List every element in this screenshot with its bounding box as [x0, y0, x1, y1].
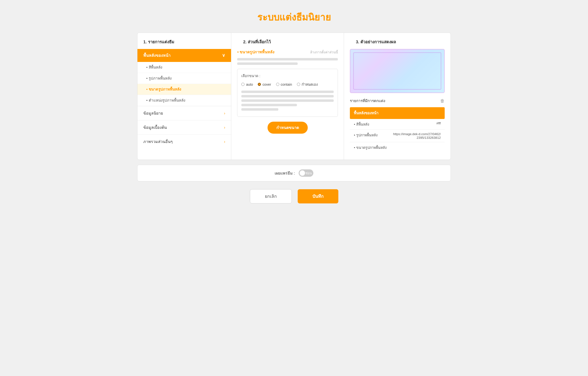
- section-basic-info-label: ข้อมูลเบื้องต้น: [143, 124, 167, 130]
- footer-buttons: ยกเลิก บันทึก: [137, 189, 451, 213]
- radio-custom[interactable]: กำหนดเอง: [297, 82, 318, 87]
- section-basic-info[interactable]: ข้อมูลเบื้องต้น ›: [137, 120, 231, 134]
- bg-image-value: https://image.dek-d.com/27/0462/2395/133…: [393, 132, 441, 140]
- radio-auto[interactable]: auto: [241, 82, 253, 87]
- skeleton-lines-top: [237, 58, 338, 65]
- column-2-selected: 2. ส่วนที่เลือกไว้ • ขนาดรูปภาพพื้นหลัง …: [231, 33, 344, 160]
- decoration-bg-size-row: • ขนาดรูปภาพพื้นหลัง: [350, 142, 445, 153]
- sub-item-bg-position[interactable]: • ตำแหน่งรูปภาพพื้นหลัง: [137, 95, 231, 106]
- bg-size-label: • ขนาดรูปภาพพื้นหลัง: [354, 146, 386, 150]
- set-size-button[interactable]: กำหนดขนาด: [268, 122, 308, 134]
- size-selection-box: เลือกขนาด : auto cover contain: [237, 69, 338, 117]
- section-other[interactable]: ภาพรวมส่วนอื่นๆ ›: [137, 134, 231, 149]
- chevron-down-icon: ∨: [222, 53, 225, 58]
- sub-item-bg-size[interactable]: • ขนาดรูปภาพพื้นหลัง: [137, 84, 231, 95]
- radio-auto-label: auto: [246, 82, 253, 86]
- page-title: ระบบแต่งธีมนิยาย: [137, 10, 451, 25]
- section-novel-info[interactable]: ข้อมูลนิยาย ›: [137, 106, 231, 120]
- radio-contain-input[interactable]: [276, 83, 279, 86]
- section-novel-info-label: ข้อมูลนิยาย: [143, 110, 163, 116]
- decoration-active-row: พื้นหลังของหน้า: [350, 107, 445, 119]
- toggle-slider: ซ่อน: [299, 169, 313, 177]
- arrow-right-icon-2: ›: [224, 125, 225, 130]
- skeleton-block: [241, 91, 334, 111]
- preview-image: [350, 49, 445, 93]
- col2-header: 2. ส่วนที่เลือกไว้: [237, 39, 338, 49]
- section-background[interactable]: พื้นหลังของหน้า ∨: [137, 49, 231, 62]
- radio-auto-input[interactable]: [241, 83, 245, 86]
- col2-active-section: • ขนาดรูปภาพพื้นหลัง: [237, 49, 274, 55]
- radio-cover[interactable]: cover: [258, 82, 271, 87]
- toggle-text: ซ่อน: [306, 171, 312, 176]
- radio-custom-input[interactable]: [297, 83, 300, 86]
- clear-link[interactable]: ล้างการตั้งค่าส่วนนี้: [310, 49, 338, 55]
- sub-item-bg-color[interactable]: • สีพื้นหลัง: [137, 62, 231, 73]
- section-other-label: ภาพรวมส่วนอื่นๆ: [143, 139, 173, 145]
- sub-item-bg-image[interactable]: • รูปภาพพื้นหลัง: [137, 73, 231, 84]
- bg-color-label: • สีพื้นหลัง: [354, 121, 369, 127]
- radio-cover-label: cover: [262, 82, 271, 86]
- radio-contain-label: contain: [281, 82, 292, 86]
- arrow-right-icon: ›: [224, 111, 225, 116]
- save-button[interactable]: บันทึก: [298, 189, 338, 203]
- trash-icon[interactable]: 🗑: [440, 98, 445, 104]
- decoration-bg-color-row: • สีพื้นหลัง #fff: [350, 119, 445, 130]
- share-row: เผยแพร่ธีม : ซ่อน: [137, 165, 451, 181]
- radio-cover-input[interactable]: [258, 83, 261, 86]
- share-label: เผยแพร่ธีม :: [275, 170, 295, 176]
- share-toggle[interactable]: ซ่อน: [299, 169, 313, 177]
- preview-inner-border: [353, 52, 441, 90]
- column-1-theme-list: 1. รายการแต่งธีม พื้นหลังของหน้า ∨ • สีพ…: [137, 33, 231, 160]
- radio-contain[interactable]: contain: [276, 82, 292, 87]
- decoration-list-title: รายการที่มีการตกแต่ง: [350, 98, 385, 104]
- bg-color-value: #fff: [436, 121, 441, 125]
- section-background-label: พื้นหลังของหน้า: [143, 52, 171, 59]
- col3-header: 3. ตัวอย่างการแสดงผล: [350, 39, 445, 49]
- radio-custom-label: กำหนดเอง: [302, 82, 318, 87]
- column-3-preview: 3. ตัวอย่างการแสดงผล รายการที่มีการตกแต่…: [344, 33, 451, 160]
- radio-group: auto cover contain กำหนดเอง: [241, 82, 334, 87]
- decoration-bg-image-row: • รูปภาพพื้นหลัง https://image.dek-d.com…: [350, 130, 445, 142]
- bg-image-label: • รูปภาพพื้นหลัง: [354, 132, 377, 138]
- decoration-list-header: รายการที่มีการตกแต่ง 🗑: [350, 98, 445, 104]
- arrow-right-icon-3: ›: [224, 140, 225, 144]
- col1-header: 1. รายการแต่งธีม: [137, 39, 231, 49]
- size-box-label: เลือกขนาด :: [241, 73, 334, 79]
- cancel-button[interactable]: ยกเลิก: [250, 189, 292, 203]
